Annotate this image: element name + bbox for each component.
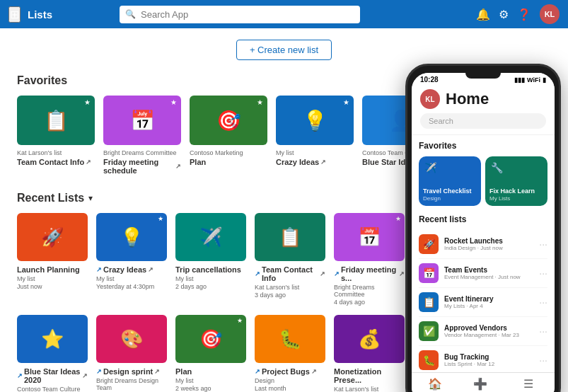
fav-tile-icon: 💡 [303,109,328,132]
star-icon: ★ [395,215,401,222]
phone-app-title: KL Home [420,89,546,109]
more-options-icon[interactable]: ··· [539,267,547,279]
recent-list-card[interactable]: ⭐ ↗ Blue Star Ideas 2020 ↗ Contoso Team … [17,315,88,392]
phone-fav-card[interactable]: ✈️ Travel Checklist Design [419,156,481,206]
list-time: Yesterday at 4:30pm [96,283,167,290]
share-icon: ↗ [154,368,160,375]
share-badge: ↗ [96,266,102,273]
phone-fav-label: Fix Hack Learn [489,188,543,195]
list-sub: Kat Larson's list [334,386,405,392]
share-icon: ↗ [86,158,91,166]
list-tile: 📅 ★ [334,213,405,261]
fav-tile: 📋 ★ [17,96,95,145]
phone-list-item[interactable]: 📅 Team Events Event Management · Just no… [419,259,547,288]
list-tile: 💰 [334,315,405,363]
phone-list-name: Bug Tracking [444,353,533,361]
create-btn-row: + Create new list [17,40,551,60]
share-badge: ↗ [255,368,260,375]
phone-nav-item[interactable]: 🏠 Home [427,377,442,392]
more-options-icon[interactable]: ··· [539,296,547,308]
phone-nav-item[interactable]: ➕ New [473,377,487,392]
avatar[interactable]: KL [540,4,560,24]
list-tile: 🎯 ★ [175,315,246,363]
list-name: Launch Planning [17,265,88,274]
notification-icon[interactable]: 🔔 [476,8,490,21]
phone-nav-icon: ➕ [473,377,487,391]
app-launcher-icon[interactable]: ⊞ [8,6,21,23]
phone-list-item[interactable]: 📋 Event Itinerary My Lists · Apr 4 ··· [419,288,547,317]
phone-nav-icon: ☰ [523,377,533,391]
phone-search[interactable]: Search [420,113,546,129]
search-input[interactable] [120,6,360,23]
recent-list-card[interactable]: 🚀 Launch Planning My list Just now [17,213,88,306]
list-time: 2 weeks ago [175,385,246,392]
phone-list-item[interactable]: 🚀 Rocket Launches India Design · Just no… [419,230,547,259]
recent-list-card[interactable]: 📋 ↗ Team Contact Info ↗ Kat Larson's lis… [255,213,325,306]
recent-list-card[interactable]: 🎯 ★ Plan My list 2 weeks ago [175,315,246,392]
nav-icon-group: 🔔 ⚙ ❓ KL [476,4,560,24]
phone-list-icon: 🚀 [419,234,439,254]
phone-fav-icon: 🔧 [491,162,503,173]
fav-tile: 💡 ★ [276,96,354,145]
list-sub: My list [96,275,167,282]
list-sub: My list [175,377,246,384]
list-tile-icon: 📋 [279,226,301,248]
battery-icon: ▮ [543,76,546,83]
phone-fav-card[interactable]: 🔧 Fix Hack Learn My Lists [485,156,547,206]
phone-list-name: Rocket Launches [444,237,533,245]
favorite-card[interactable]: 📋 ★ Kat Larson's list Team Contact Info↗ [17,96,95,175]
fav-tile-icon: 📋 [44,109,69,132]
list-sub: Contoso Team Culture [17,386,88,392]
phone-bottom-nav: 🏠 Home ➕ New ☰ My Lists [412,372,555,392]
recent-list-card[interactable]: 📅 ★ ↗ Friday meeting s... ↗ Bright Dream… [334,213,405,306]
list-sub: My list [175,275,246,282]
phone-list-name: Team Events [444,266,533,274]
list-tile: 📋 [255,213,325,261]
phone-list-item[interactable]: ✅ Approved Vendors Vendor Management · M… [419,317,547,346]
list-tile-icon: 🐛 [279,328,301,350]
more-options-icon[interactable]: ··· [539,325,547,337]
phone-list-item[interactable]: 🐛 Bug Tracking Lists Sprint · Mar 12 ··· [419,346,547,372]
list-time: Just now [17,283,88,290]
recent-list-card[interactable]: 🎨 ↗ Design sprint ↗ Bright Dreams Design… [96,315,167,392]
recent-list-card[interactable]: ✈️ Trip cancellations My list 2 days ago [175,213,246,306]
list-name: ↗ Blue Star Ideas 2020 ↗ [17,367,88,384]
favorite-card[interactable]: 🎯 ★ Contoso Marketing Plan [190,96,267,175]
phone-screen: 10:28 ▮▮▮ WiFi ▮ KL Home Search Favo [412,73,555,392]
list-name: Plan [175,367,246,376]
share-icon: ↗ [82,372,88,379]
share-icon: ↗ [320,158,326,166]
chevron-down-icon[interactable]: ▾ [88,193,93,203]
fav-name: Team Contact Info↗ [17,158,95,166]
phone-fav-sublabel: My Lists [489,195,543,202]
phone-list-icon: 📅 [419,263,439,283]
phone-list-icon: ✅ [419,321,439,341]
phone-nav-icon: 🏠 [428,377,442,391]
phone-nav-item[interactable]: ☰ My Lists [518,377,539,392]
fav-star-icon: ★ [257,98,263,106]
more-options-icon[interactable]: ··· [539,354,547,366]
search-bar: 🔍 [120,6,360,23]
list-tile-icon: 📅 [358,226,381,248]
share-badge: ↗ [17,372,23,379]
favorite-card[interactable]: 📅 ★ Bright Dreams Committee Friday meeti… [103,96,181,175]
phone-favorites-row: ✈️ Travel Checklist Design 🔧 Fix Hack Le… [419,156,547,206]
list-tile: 💡 ★ [96,213,167,261]
help-icon[interactable]: ❓ [517,8,531,21]
phone-favorites-title: Favorites [419,141,547,151]
recent-list-card[interactable]: 💰 Monetization Prese... Kat Larson's lis… [334,315,405,392]
list-tile-icon: 🚀 [41,226,64,248]
fav-tile-icon: 📅 [130,109,155,132]
list-tile-icon: 💰 [358,328,381,350]
fav-tile: 🎯 ★ [190,96,267,145]
phone-avatar[interactable]: KL [420,89,440,109]
favorite-card[interactable]: 💡 ★ My list Crazy Ideas↗ [276,96,354,175]
settings-icon[interactable]: ⚙ [499,8,509,21]
more-options-icon[interactable]: ··· [539,238,547,250]
phone-fav-label: Travel Checklist [423,188,477,195]
share-icon: ↗ [175,163,181,170]
create-new-list-button[interactable]: + Create new list [236,40,332,60]
recent-list-card[interactable]: 💡 ★ ↗ Crazy Ideas ↗ My list Yesterday at… [96,213,167,306]
recent-list-card[interactable]: 🐛 ↗ Project Bugs ↗ Design Last month [255,315,325,392]
app-title: Lists [28,8,52,21]
